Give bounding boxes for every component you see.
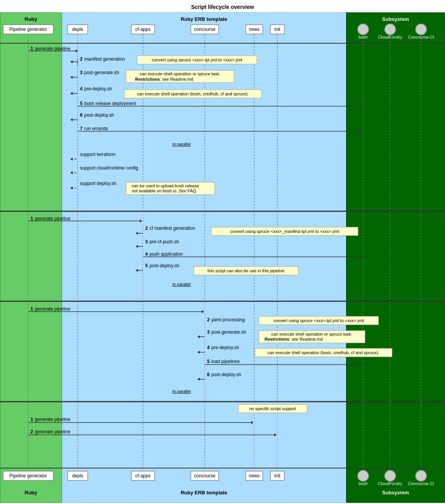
s2-step5-text: post-deploy.sh: [149, 263, 179, 268]
s3-step6-text: post-deploy.sh: [211, 372, 241, 377]
s2-parallel-label: in parallel: [172, 282, 190, 287]
s1-step3-num: 3: [80, 70, 83, 75]
init-actor-top: init: [274, 27, 280, 32]
s2-step1-num: 1: [31, 216, 33, 221]
s1-note3-line2: Restrictions: see Readme.md: [135, 77, 193, 81]
s4-step1-text: generate pipeline: [35, 417, 70, 422]
s1-step4-text: pre-deploy.sh: [84, 86, 112, 92]
s1-step6-text: post-deploy.sh: [84, 112, 114, 118]
svg-point-117: [416, 470, 426, 481]
s4-step1-num: 1: [31, 417, 33, 422]
erb-footer-label: Ruby ERB template: [181, 490, 228, 496]
depls-actor-top: depls: [72, 27, 83, 32]
s2-step4-text: push application: [149, 251, 183, 257]
svg-point-10: [385, 24, 396, 35]
s2-step1-text: generate pipeline: [35, 216, 70, 221]
s3-step1-text: generate pipeline: [35, 306, 70, 312]
s3-step2-num: 2: [207, 317, 210, 322]
s1-support-note-line1: can be used to upload bosh release: [132, 183, 199, 188]
s1-step2-num: 2: [80, 56, 83, 62]
s3-note4-text: can execute shell operation (bosh, credh…: [267, 350, 379, 355]
sequence-diagram: Ruby Ruby ERB template Subsystem Pipelin…: [0, 12, 445, 503]
s1-step3-text: post-generate.sh: [84, 70, 119, 75]
news-actor-bottom: news: [249, 473, 260, 479]
s1-note2-text: convert using spruce <xxx>-tpl.yml to <x…: [152, 58, 242, 62]
s1-parallel-label: in parallel: [172, 142, 190, 146]
s1-step6-num: 6: [80, 112, 83, 118]
s3-step5-text: load pipelines: [211, 359, 239, 364]
s1-step1-label: 1: [31, 46, 33, 51]
s1-support-note-line2: not available on bosh.io. See FAQ.: [132, 188, 197, 193]
init-actor-bottom: init: [274, 473, 280, 479]
s1-step2-text: manifest generation: [84, 56, 125, 62]
cloudfondry-label-bottom: CloudFondry: [378, 481, 403, 486]
svg-point-115: [358, 470, 369, 481]
s3-step6-num: 6: [207, 372, 210, 377]
svg-point-116: [385, 470, 396, 481]
pipeline-generator-actor-bottom: Pipeline generator: [9, 473, 47, 479]
s3-step3-num: 3: [207, 329, 210, 335]
s1-step4-num: 4: [80, 86, 83, 92]
pipeline-generator-actor-top: Pipeline generator: [9, 27, 47, 32]
s4-step2-text: generate pipeline: [35, 429, 70, 434]
s3-step1-num: 1: [31, 306, 33, 312]
s4-no-script-note: no specific script support: [249, 406, 296, 411]
s3-step4-text: pre-deploy.sh: [211, 345, 239, 350]
s2-step3-num: 3: [145, 239, 148, 244]
s1-step7-num: 7: [80, 126, 83, 131]
s1-step7-text: run errands: [84, 126, 108, 131]
s3-step3-text: post-generate.sh: [211, 329, 246, 335]
cf-apps-actor-top: cf-apps: [135, 27, 150, 32]
s1-support-terraform: support terraform: [80, 152, 115, 157]
s1-step1-text: generate pipeline: [35, 46, 70, 51]
s3-parallel-label: in parallel: [172, 389, 190, 394]
svg-point-11: [416, 24, 426, 35]
s3-step4-num: 4: [207, 345, 210, 350]
s1-step5-text: bosh release deployment: [84, 101, 136, 106]
s2-note5-text: this script can also be use in this pipe…: [207, 268, 284, 273]
s3-note3-line1: can execute shell operation or spruce ta…: [271, 332, 352, 336]
diagram-container: Script lifecycle overview Ruby Ruby ERB …: [0, 0, 445, 503]
page-title: Script lifecycle overview: [0, 0, 445, 12]
depls-actor-bottom: depls: [72, 473, 83, 479]
concourse-ci-label-bottom: Concourse-CI: [408, 481, 434, 486]
cf-apps-actor-bottom: cf-apps: [135, 473, 150, 479]
ruby-footer-label: Ruby: [25, 490, 37, 496]
s2-step3-text: pre-cf-push.sh: [149, 239, 179, 244]
s3-note2-text: convert using spruce <xxx>-tpl.yml to <x…: [273, 318, 364, 323]
s3-note3-line2: Restrictions: see Readme.md: [265, 337, 323, 341]
s1-support-deploySH: support deploy.sh: [80, 181, 116, 186]
s1-note3-line1: can execute shell operation or spruce ta…: [139, 71, 220, 76]
s2-step2-text: cf manifest generation: [149, 226, 195, 231]
svg-rect-2: [346, 12, 445, 503]
s2-note2-text: convert using spruce <xxx>_manifest-tpl.…: [230, 229, 339, 234]
concourse-actor-top: concourse: [194, 27, 216, 32]
s4-step2-num: 2: [31, 429, 33, 434]
s1-support-cloudruntime: support cloud/runtime config: [80, 165, 138, 171]
svg-point-9: [358, 24, 369, 35]
s2-step4-num: 4: [145, 251, 148, 257]
s2-step2-num: 2: [145, 226, 148, 231]
s1-note4-text: can execute shell operation (bosh, credh…: [137, 92, 248, 96]
concourse-actor-bottom: concourse: [194, 473, 216, 479]
erb-header-label: Ruby ERB template: [181, 16, 228, 22]
news-actor-top: news: [249, 27, 260, 32]
bosh-label-bottom: bosh: [358, 481, 368, 486]
s3-step5-num: 5: [207, 359, 210, 364]
subsystem-header-label: Subsystem: [382, 16, 409, 22]
s3-step2-text: yaml processing: [211, 317, 245, 322]
s1-step5-num: 5: [80, 101, 83, 106]
subsystem-footer-label: Subsystem: [382, 490, 409, 496]
ruby-header-label: Ruby: [25, 16, 37, 22]
s2-step5-num: 5: [145, 263, 148, 268]
